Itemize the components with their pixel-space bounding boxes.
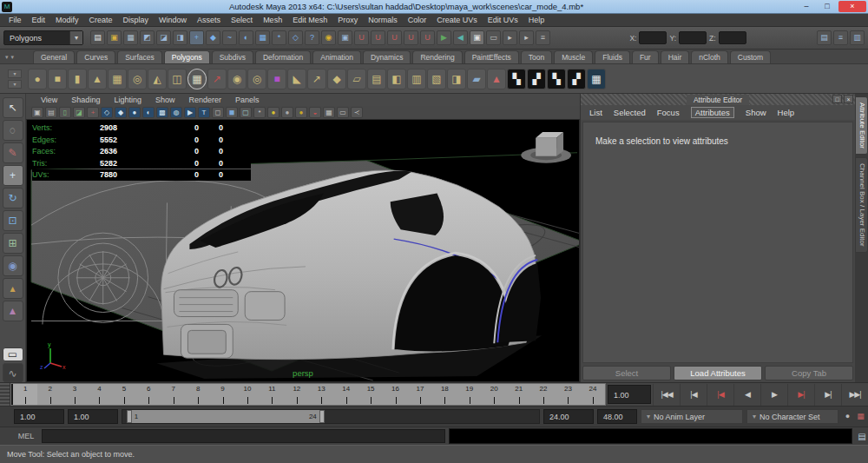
poly-cone-icon[interactable]: ▲	[88, 69, 107, 89]
show-channel-box-icon[interactable]: ▥	[850, 30, 865, 45]
menubar-item[interactable]: Edit	[27, 16, 51, 24]
boolean-union-icon[interactable]: ◉	[227, 69, 247, 89]
shaded-icon[interactable]: ◆	[115, 107, 127, 118]
automatic-mapping-icon[interactable]: ▞	[567, 69, 586, 89]
range-slider-track[interactable]: 1 24	[122, 409, 540, 424]
menubar-item[interactable]: Color	[403, 16, 432, 24]
menubar-item[interactable]: Normals	[363, 16, 403, 24]
lock-selection-icon[interactable]: ◉	[321, 30, 336, 45]
xray-icon[interactable]: ▢	[240, 107, 252, 118]
bridge-icon[interactable]: ▱	[347, 69, 366, 89]
menubar-item[interactable]: Modify	[50, 16, 84, 24]
shelf-tab[interactable]: nCloth	[691, 50, 728, 63]
mask-all-icon[interactable]: +	[189, 30, 204, 45]
shelf-grip-button[interactable]: ▾	[8, 80, 22, 89]
step-forward-frame-button[interactable]: ▶|	[814, 384, 841, 406]
frame-cell[interactable]: 15	[358, 384, 383, 405]
poly-cylinder-icon[interactable]: ▮	[68, 69, 87, 89]
scale-tool-icon[interactable]: ⊡	[3, 210, 23, 231]
attribute-editor-menu-item[interactable]: Attributes	[691, 107, 734, 118]
poly-torus-icon[interactable]: ◎	[128, 69, 147, 89]
attribute-editor-menu-item[interactable]: List	[589, 108, 602, 117]
side-tab-channel-box[interactable]: Channel Box / Layer Editor	[855, 157, 868, 253]
x-input[interactable]	[639, 31, 667, 44]
anim-layer-dropdown[interactable]: ▾ No Anim Layer	[641, 409, 743, 424]
shelf-tab[interactable]: Custom	[730, 50, 771, 63]
mask-curves-icon[interactable]: ~	[222, 30, 237, 45]
show-manipulator-icon[interactable]: ▴	[3, 278, 23, 299]
step-back-frame-button[interactable]: |◀	[680, 384, 707, 406]
menubar-item[interactable]: Edit UVs	[483, 16, 523, 24]
textured-view-icon[interactable]: ◼	[226, 107, 238, 118]
command-line-label[interactable]: MEL	[14, 432, 38, 440]
mirror-geometry-icon[interactable]: ◨	[447, 69, 466, 89]
frame-cell[interactable]: 7	[161, 384, 186, 405]
camera-attributes-icon[interactable]: ▤	[45, 107, 57, 118]
menubar-item[interactable]: File	[3, 16, 27, 24]
frame-cell[interactable]: 19	[457, 384, 482, 405]
mask-surfaces-icon[interactable]: ◐	[239, 30, 253, 45]
image-plane-icon[interactable]: ◪	[73, 107, 85, 118]
attribute-editor-titlebar[interactable]: Attribute Editor □ ×	[581, 94, 855, 105]
frame-cell[interactable]: 11	[260, 384, 284, 405]
frame-cell[interactable]: 2	[37, 384, 62, 405]
shelf-menu-arrow-icon[interactable]: ▾	[11, 54, 15, 61]
ipr-render-icon[interactable]: ▸	[519, 30, 534, 45]
panel-menu-item[interactable]: Renderer	[182, 96, 227, 104]
rotate-tool-icon[interactable]: ↻	[3, 188, 23, 208]
panel-menu-item[interactable]: View	[35, 96, 63, 104]
frame-cell[interactable]: 6	[136, 384, 161, 405]
menubar-item[interactable]: Select	[226, 16, 258, 24]
poly-pyramid-icon[interactable]: ◭	[148, 69, 167, 89]
merge-vertices-icon[interactable]: ▤	[367, 69, 386, 89]
poly-sphere-icon[interactable]: ●	[28, 69, 47, 89]
poly-pipe-icon[interactable]: ◫	[168, 69, 187, 89]
two-d-pan-zoom-icon[interactable]: +	[87, 107, 99, 118]
frame-cell[interactable]: 16	[383, 384, 407, 405]
frame-cell[interactable]: 1	[11, 384, 37, 405]
select-button[interactable]: Select	[582, 366, 671, 380]
shelf-tab[interactable]: Animation	[312, 50, 361, 63]
shelf-grip-button[interactable]: ▾	[8, 69, 22, 78]
mel-input[interactable]	[42, 429, 445, 443]
smooth-icon[interactable]: ◣	[287, 69, 306, 89]
uv-texture-editor-icon[interactable]: ▦	[587, 69, 606, 89]
share-view-icon[interactable]: ≺	[351, 107, 363, 118]
bookmark-icon[interactable]: ▯	[59, 107, 71, 118]
snap-point-icon[interactable]: U	[387, 30, 402, 45]
menubar-item[interactable]: Proxy	[332, 16, 363, 24]
shelf-tab[interactable]: Hair	[661, 50, 690, 63]
save-scene-icon[interactable]: ▦	[123, 30, 138, 45]
nurbs-to-poly-icon[interactable]: ▲	[487, 69, 506, 89]
motion-blur-icon[interactable]: ▶	[184, 107, 196, 118]
select-camera-icon[interactable]: ▣	[31, 107, 43, 118]
snap-plane-icon[interactable]: U	[404, 30, 418, 45]
poly-cube-icon[interactable]: ■	[48, 69, 67, 89]
float-panel-icon[interactable]: □	[832, 95, 842, 103]
shelf-tab[interactable]: Subdivs	[212, 50, 253, 63]
character-set-dropdown[interactable]: ▾ No Character Set	[746, 409, 838, 424]
isolate-select-icon[interactable]: ◒	[309, 107, 321, 118]
shelf-tab[interactable]: General	[33, 50, 75, 63]
play-backwards-button[interactable]: ◀	[733, 384, 760, 406]
chevron-down-icon[interactable]: ▾	[69, 31, 82, 44]
default-material-icon[interactable]: ◻	[212, 107, 224, 118]
show-attribute-editor-icon[interactable]: ▤	[817, 30, 832, 45]
frame-cell[interactable]: 17	[408, 384, 432, 405]
open-scene-icon[interactable]: ▣	[107, 30, 122, 45]
menubar-item[interactable]: Create UVs	[431, 16, 483, 24]
attribute-editor-menu-item[interactable]: Selected	[614, 108, 646, 117]
copy-tab-button[interactable]: Copy Tab	[765, 366, 853, 380]
split-polygon-icon[interactable]: ◧	[387, 69, 406, 89]
show-tool-settings-icon[interactable]: ≡	[833, 30, 848, 45]
universal-manipulator-icon[interactable]: ⊞	[3, 233, 23, 254]
script-editor-icon[interactable]: ▤	[856, 432, 868, 441]
frame-cell[interactable]: 23	[556, 384, 580, 405]
current-time-field[interactable]: 1.00	[608, 385, 651, 404]
light-selected-icon[interactable]: ●	[295, 107, 307, 118]
menu-set-selector[interactable]: Polygons ▾	[3, 30, 83, 45]
lasso-tool-icon[interactable]: ◌	[3, 120, 23, 141]
minimize-button[interactable]: –	[797, 1, 816, 12]
frame-cell[interactable]: 18	[432, 384, 457, 405]
delete-edge-icon[interactable]: ▧	[427, 69, 446, 89]
